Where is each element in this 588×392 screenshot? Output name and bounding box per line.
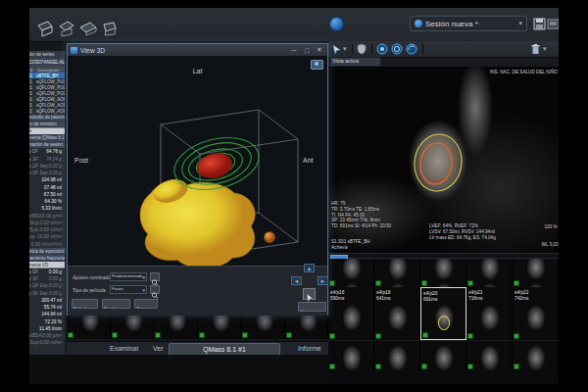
section-item[interactable]: Física [29, 128, 67, 135]
layout-3d-view-icon-3[interactable] [78, 20, 98, 37]
lv-measurement-row: VDF104.98 ml [29, 176, 67, 183]
cine-thumbnail[interactable] [466, 341, 513, 370]
detect-all-contours-icon[interactable] [406, 43, 417, 55]
movie-type-dropdown[interactable]: Fases▾ [110, 285, 147, 294]
rv-measurement-row: Masa DF0.00 g [29, 269, 67, 275]
heart-3d-scene[interactable] [68, 56, 327, 266]
acquisition-overlay: HR: 79 TR: 3.70ms TE: 1.85ms TI: NA FA: … [331, 201, 391, 229]
reutilizar-button[interactable]: Reutilizar [102, 299, 130, 309]
cine-thumbnail[interactable] [420, 259, 466, 287]
tab-examinar[interactable]: Examinar [110, 345, 139, 352]
thumbnail-contour [438, 316, 450, 330]
cine-thumbnail[interactable] [466, 259, 513, 287]
zoom-settings-button[interactable] [150, 272, 160, 281]
rv-measurement-row: VDF/Sup. Corp0.00 ml/m² [29, 339, 67, 346]
session-selector[interactable]: Sesión nueva * ▾ [410, 16, 527, 31]
lv-measurement-row: VSF37.48 ml [29, 183, 67, 190]
saved-marker-icon [375, 364, 381, 369]
saved-marker-icon [286, 332, 292, 338]
cine-thumbnail[interactable] [67, 314, 111, 339]
saved-marker-icon [514, 333, 519, 339]
cine-thumbnail[interactable]: s4/p22742ms [513, 287, 559, 340]
lv-measurement-row: Masa DF64.76 g [29, 148, 67, 155]
window-level-overlay: WL 3,03 [541, 242, 558, 248]
cine-thumbnail[interactable] [154, 314, 198, 339]
lv-measurement-row: Masa SF Sep0.00 g [29, 170, 67, 176]
thumbnail-row-3 [328, 341, 559, 370]
section-header[interactable]: Volumetría [QMass 8.1 #1] [29, 135, 67, 142]
mri-image-viewport[interactable]: INS. NAC. DE SALUD DEL NIÑO HR: 79 TR: 3… [328, 67, 559, 253]
cine-thumbnail[interactable]: s4/p16590ms [328, 287, 374, 340]
trash-icon[interactable] [530, 43, 541, 55]
pelicula-button[interactable]: Película [72, 299, 98, 309]
saved-marker-icon [199, 332, 205, 338]
cursor-tool-icon[interactable] [331, 44, 342, 55]
cine-thumbnail[interactable] [420, 341, 466, 370]
save-session-icon[interactable] [533, 18, 546, 30]
section-header[interactable]: Acortamiento fraccional VI [29, 255, 67, 262]
app-logo-icon [329, 17, 344, 31]
viewer-panel: ▾ ▾ Vista activa INS. NAC. DE SALUD DEL … [328, 41, 559, 384]
session-icon [415, 20, 422, 27]
layout-3d-view-icon-1[interactable] [35, 20, 55, 37]
detect-rv-contour-icon[interactable] [391, 43, 403, 55]
saved-marker-icon [329, 364, 335, 369]
rv-measurement-row: FE72.23 % [29, 318, 67, 324]
layout-3d-view-icon-4[interactable] [100, 20, 120, 37]
pan-up-button[interactable]: ▲ [304, 264, 315, 272]
cine-thumbnail[interactable] [513, 259, 559, 287]
saved-marker-icon [242, 332, 248, 338]
chevron-down-icon[interactable]: ▾ [343, 45, 347, 53]
cine-thumbnail[interactable]: s4/p21716ms [466, 287, 513, 340]
lv-measurement-row: VDF/Sup. Corp0.00 ml/m² [29, 220, 67, 226]
cine-thumbnail-selected[interactable]: s4/p20691ms [420, 287, 466, 340]
toolbar-separator [371, 44, 372, 54]
tab-ver[interactable]: Ver [153, 345, 164, 352]
shield-icon[interactable] [356, 43, 368, 55]
pointer-mode-button[interactable] [303, 288, 316, 300]
cine-thumbnail[interactable] [198, 314, 242, 339]
window-title: View 3D [80, 46, 256, 54]
session-menu-icon[interactable] [547, 18, 559, 30]
cerrar-button[interactable]: Cerrar [298, 302, 326, 312]
view3d-titlebar[interactable]: View 3D ─ □ ✕ [68, 44, 327, 56]
minimize-button[interactable]: ─ [289, 47, 299, 54]
section-header[interactable]: Dinámica de eyección/llenado VI [29, 248, 67, 255]
series-row[interactable]: 2801sQFLOW_AORTA [29, 108, 67, 114]
tab-vista-activa[interactable]: Vista activa [330, 57, 381, 67]
thumbnail-row-1 [328, 259, 559, 287]
ajustes-button[interactable]: Ajustes [134, 299, 158, 309]
lv-measurement-row: FE64.30 % [29, 198, 67, 205]
section-header[interactable]: Info. estudio de paciente [29, 115, 67, 122]
view3d-controls: Ajustes nombrados Predeterminado...▾ Tip… [68, 266, 327, 316]
tab-informe[interactable]: Informe [298, 345, 321, 352]
detect-lv-contour-icon[interactable] [376, 43, 388, 55]
saved-marker-icon [375, 280, 381, 286]
saved-marker-icon [155, 332, 161, 338]
maximize-button[interactable]: □ [302, 47, 312, 54]
saved-marker-icon [514, 280, 519, 286]
cine-thumbnail[interactable] [328, 341, 374, 370]
cine-thumbnail[interactable] [374, 259, 420, 287]
cine-thumbnail[interactable] [285, 314, 329, 339]
next-phase-button[interactable]: ► [318, 276, 328, 285]
prev-phase-button[interactable]: ◄ [291, 276, 302, 285]
thumbnail-row-2: s4/p16590ms s4/p18641ms s4/p20691ms s4/p… [328, 287, 559, 340]
cine-thumbnail[interactable] [328, 259, 374, 287]
zoom-movie-button[interactable] [150, 285, 160, 294]
named-settings-dropdown[interactable]: Predeterminado...▾ [110, 272, 147, 281]
named-settings-label: Ajustes nombrados [73, 275, 113, 280]
lv-measurement-row: Masa DF Sep0.00 g [29, 163, 67, 170]
close-button[interactable]: ✕ [315, 46, 324, 54]
cine-thumbnail[interactable] [241, 314, 285, 339]
cine-thumbnail[interactable] [111, 314, 155, 339]
cine-thumbnail[interactable]: s4/p18641ms [374, 287, 420, 340]
rv-measurement-row: VSF55.74 ml [29, 304, 67, 311]
section-header[interactable]: Motivo de remisión [29, 122, 67, 128]
layout-3d-view-icon-2[interactable] [57, 20, 76, 37]
cine-thumbnail[interactable] [374, 341, 420, 370]
cine-thumbnail[interactable] [513, 341, 559, 370]
main-toolbar: Sesión nueva * ▾ [29, 8, 559, 42]
rv-measurement-row: Masa/BSA DF0.00 g/m² [29, 332, 67, 339]
chevron-down-icon[interactable]: ▾ [543, 45, 547, 53]
